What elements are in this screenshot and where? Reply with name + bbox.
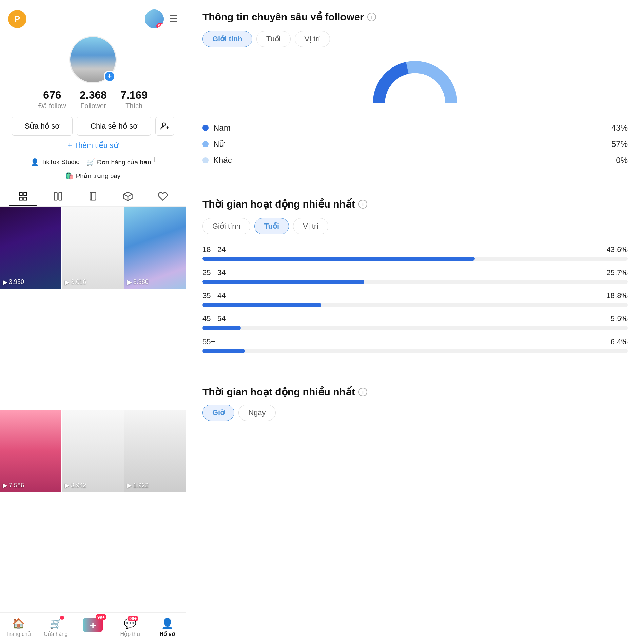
profile-nav-icon: 👤 xyxy=(161,618,174,629)
menu-icon[interactable]: ☰ xyxy=(169,14,178,25)
shop-icon: 🛍️ xyxy=(65,172,74,180)
bar-fill-35-44 xyxy=(202,303,321,307)
video-thumb-6[interactable]: ▶1.922 xyxy=(124,410,186,492)
bottom-nav: 🏠 Trang chủ 🛒 Cửa hàng + 99+ 💬 99+ Hộp t… xyxy=(0,612,186,644)
activity-tab-tuoi[interactable]: Tuổi xyxy=(254,218,289,234)
nam-dot xyxy=(202,125,209,131)
video-thumb-5[interactable]: ▶3.942 xyxy=(62,410,123,492)
legend-nam: Nam 43% xyxy=(202,123,628,133)
age-bar-chart: 18 - 24 43.6% 25 - 34 25.7% 35 - 44 xyxy=(202,245,628,353)
tab-liked[interactable] xyxy=(40,187,75,206)
activity-filter-tabs: Giới tính Tuổi Vị trí xyxy=(202,218,628,234)
legend-khac: Khác 0% xyxy=(202,156,628,165)
bar-row-55plus: 55+ 6.4% xyxy=(202,337,628,353)
nav-cua-hang[interactable]: 🛒 Cửa hàng xyxy=(37,618,75,637)
video-thumb-4[interactable]: ▶7.586 xyxy=(0,410,61,492)
profile-section: + 676 Đã follow 2.368 Follower 7.169 Thí… xyxy=(0,33,186,187)
activity-section: Thời gian hoạt động nhiều nhất i Giới tí… xyxy=(202,198,628,353)
nav-trang-chu[interactable]: 🏠 Trang chủ xyxy=(0,618,37,637)
gender-legend: Nam 43% Nữ 57% Khác 0% xyxy=(202,123,628,165)
action-buttons: Sửa hồ sơ Chia sẻ hồ sơ xyxy=(8,117,178,136)
add-photo-button[interactable]: + xyxy=(104,71,115,82)
svg-point-0 xyxy=(162,123,165,126)
app-logo: P xyxy=(8,10,26,28)
activity2-info-icon[interactable]: i xyxy=(358,388,367,396)
filter-tab-tuoi[interactable]: Tuổi xyxy=(256,31,291,47)
time-tab-ngay[interactable]: Ngày xyxy=(238,405,275,421)
message-badge: 99+ xyxy=(128,616,138,621)
nav-ho-so[interactable]: 👤 Hồ sơ xyxy=(149,618,186,637)
svg-rect-3 xyxy=(19,193,22,196)
time-tabs: Giờ Ngày xyxy=(202,405,628,421)
user-avatar-small[interactable]: 99 xyxy=(145,9,164,28)
header-right: 99 ☰ xyxy=(145,9,178,28)
svg-rect-6 xyxy=(24,197,27,200)
tab-saved[interactable] xyxy=(75,187,110,206)
divider-2 xyxy=(202,375,628,375)
shop-nav-icon: 🛒 xyxy=(50,618,62,629)
divider-1 xyxy=(202,187,628,187)
svg-rect-8 xyxy=(59,193,62,200)
activity-title: Thời gian hoạt động nhiều nhất i xyxy=(202,198,628,210)
filter-tab-gioi-tinh[interactable]: Giới tính xyxy=(202,31,252,47)
bio-link[interactable]: + Thêm tiểu sử xyxy=(67,141,118,150)
tab-favorites[interactable] xyxy=(145,187,180,206)
svg-rect-5 xyxy=(19,197,22,200)
legend-nu: Nữ 57% xyxy=(202,139,628,149)
tiktok-studio-icon: 👤 xyxy=(31,158,39,166)
bar-row-25-34: 25 - 34 25.7% xyxy=(202,268,628,284)
notification-badge: 99 xyxy=(156,23,164,28)
gender-filter-tabs: Giới tính Tuổi Vị trí xyxy=(202,31,628,47)
shortcuts: 👤 TikTok Studio | 🛒 Đơn hàng của bạn | 🛍… xyxy=(8,157,178,181)
home-icon: 🏠 xyxy=(12,618,25,629)
activity-tab-gioi-tinh[interactable]: Giới tính xyxy=(202,218,250,234)
follower-info-icon[interactable]: i xyxy=(367,13,376,21)
svg-rect-4 xyxy=(24,193,27,196)
video-thumb-2[interactable]: ▶3.016 xyxy=(62,207,123,289)
bar-row-35-44: 35 - 44 18.8% xyxy=(202,291,628,307)
add-friend-button[interactable] xyxy=(155,117,174,136)
gender-donut-chart xyxy=(368,58,463,112)
shortcut-phan-trung-bay[interactable]: 🛍️ Phần trưng bày xyxy=(65,170,121,181)
nav-hop-thu[interactable]: 💬 99+ Hộp thư xyxy=(112,618,149,637)
tab-videos[interactable] xyxy=(5,187,40,206)
stats-row: 676 Đã follow 2.368 Follower 7.169 Thích xyxy=(38,89,148,110)
bar-fill-25-34 xyxy=(202,280,364,284)
add-content-button[interactable]: + 99+ xyxy=(83,618,103,632)
gender-chart xyxy=(202,58,628,112)
activity-info-icon[interactable]: i xyxy=(358,200,367,209)
header: P 99 ☰ xyxy=(0,0,186,33)
stat-thich: 7.169 Thích xyxy=(120,89,148,110)
filter-tab-vi-tri[interactable]: Vị trí xyxy=(295,31,330,47)
order-icon: 🛒 xyxy=(86,158,95,166)
video-count-4: ▶7.586 xyxy=(3,482,24,489)
shortcut-tiktok-studio[interactable]: 👤 TikTok Studio xyxy=(31,157,79,168)
activity-tab-vi-tri[interactable]: Vị trí xyxy=(293,218,328,234)
profile-avatar-wrap: + xyxy=(69,36,117,83)
khac-dot xyxy=(202,157,209,163)
video-count-3: ▶3.980 xyxy=(127,278,149,286)
video-count-1: ▶3.950 xyxy=(3,278,24,286)
bar-fill-18-24 xyxy=(202,257,475,261)
activity-section-2: Thời gian hoạt động nhiều nhất i Giờ Ngà… xyxy=(202,386,628,421)
edit-profile-button[interactable]: Sửa hồ sơ xyxy=(12,117,73,136)
activity-title-2: Thời gian hoạt động nhiều nhất i xyxy=(202,386,628,398)
shortcut-don-hang[interactable]: 🛒 Đơn hàng của bạn xyxy=(86,157,151,168)
svg-rect-9 xyxy=(90,193,96,200)
video-count-6: ▶1.922 xyxy=(127,482,149,489)
bar-row-45-54: 45 - 54 5.5% xyxy=(202,314,628,330)
left-panel: P 99 ☰ + xyxy=(0,0,186,644)
bar-fill-45-54 xyxy=(202,326,241,330)
svg-rect-7 xyxy=(54,193,57,200)
share-profile-button[interactable]: Chia sẻ hồ sơ xyxy=(77,117,151,136)
video-thumb-3[interactable]: ▶3.980 xyxy=(124,207,186,289)
message-icon: 💬 99+ xyxy=(124,618,136,629)
tab-tagged[interactable] xyxy=(111,187,145,206)
video-grid: ▶3.950 ▶3.016 ▶3.980 ▶7.586 ▶3.942 xyxy=(0,207,186,612)
nav-add[interactable]: + 99+ xyxy=(74,618,112,637)
video-count-5: ▶3.942 xyxy=(65,482,86,489)
video-thumb-1[interactable]: ▶3.950 xyxy=(0,207,61,289)
video-count-2: ▶3.016 xyxy=(65,278,86,286)
time-tab-gio[interactable]: Giờ xyxy=(202,405,234,421)
add-badge: 99+ xyxy=(96,614,106,620)
